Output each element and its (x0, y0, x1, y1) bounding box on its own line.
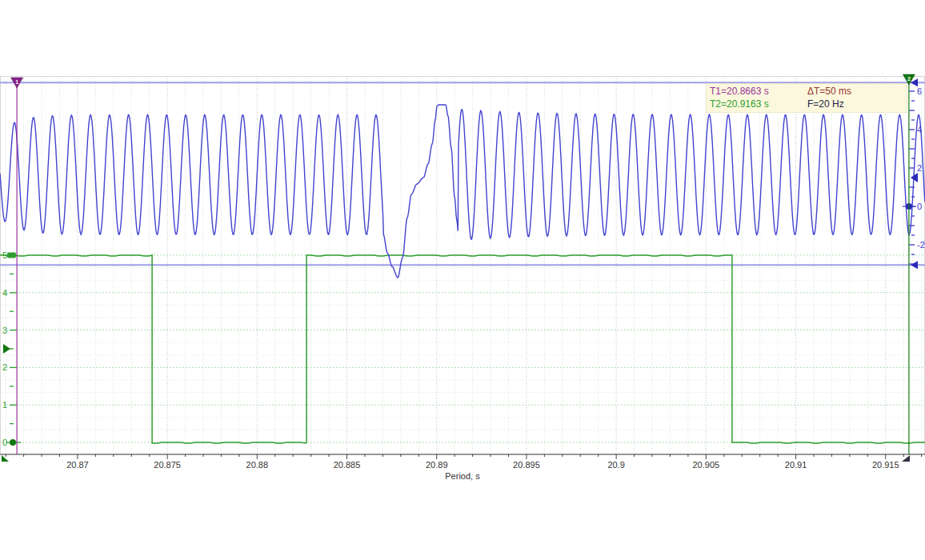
right-axis-label: 6 (917, 86, 922, 96)
right-axis-label: -2 (917, 240, 925, 250)
cursor2-flag-label: 2 (907, 76, 911, 82)
right-axis-label: 4 (917, 125, 922, 134)
left-axis-label: 3 (2, 326, 7, 335)
right-axis-label: 0 (917, 202, 922, 211)
blue-limit-arrow[interactable] (911, 261, 918, 269)
x-tick-label: 20.87 (66, 460, 89, 470)
cursor-times-column: T1=20.8663 s T2=20.9163 s (710, 85, 807, 112)
measurement-panel: T1=20.8663 s T2=20.9163 s ΔT=50 ms F=20 … (706, 83, 907, 113)
square-wave-trace (0, 255, 925, 443)
delta-readout-column: ΔT=50 ms F=20 Hz (807, 85, 903, 112)
right-axis-label: 2 (917, 163, 922, 173)
delta-t-readout: ΔT=50 ms (807, 85, 903, 98)
x-tick-label: 20.91 (785, 460, 807, 470)
x-tick-label: 20.88 (246, 460, 269, 470)
oscilloscope-view: 20.8720.87520.8820.88520.8920.89520.920.… (0, 0, 925, 560)
x-tick-label: 20.9 (607, 460, 624, 470)
cursor2-time-readout: T2=20.9163 s (710, 98, 807, 110)
x-tick-label: 20.89 (426, 460, 448, 470)
x-tick-label: 20.875 (154, 460, 181, 470)
left-axis-label: 4 (2, 288, 7, 298)
x-axis-title: Period, s (445, 471, 480, 481)
x-tick-label: 20.905 (693, 460, 720, 470)
bottom-right-marker (902, 455, 910, 462)
green-trace-start-marker[interactable] (7, 253, 16, 258)
x-tick-label: 20.915 (872, 460, 899, 470)
left-axis-label: 5 (2, 250, 7, 260)
x-tick-label: 20.885 (334, 460, 361, 470)
bottom-left-marker (2, 455, 9, 462)
x-tick-label: 20.895 (513, 460, 540, 470)
left-axis-label: 1 (2, 400, 7, 410)
cursor1-flag-label: 1 (15, 79, 18, 85)
sine-wave-trace (0, 105, 925, 278)
cursor1-time-readout: T1=20.8663 s (710, 85, 807, 98)
left-axis-label: 2 (2, 362, 7, 372)
green-ground-marker[interactable] (10, 439, 16, 446)
green-trigger-arrow[interactable] (3, 344, 10, 354)
frequency-readout: F=20 Hz (807, 98, 903, 110)
